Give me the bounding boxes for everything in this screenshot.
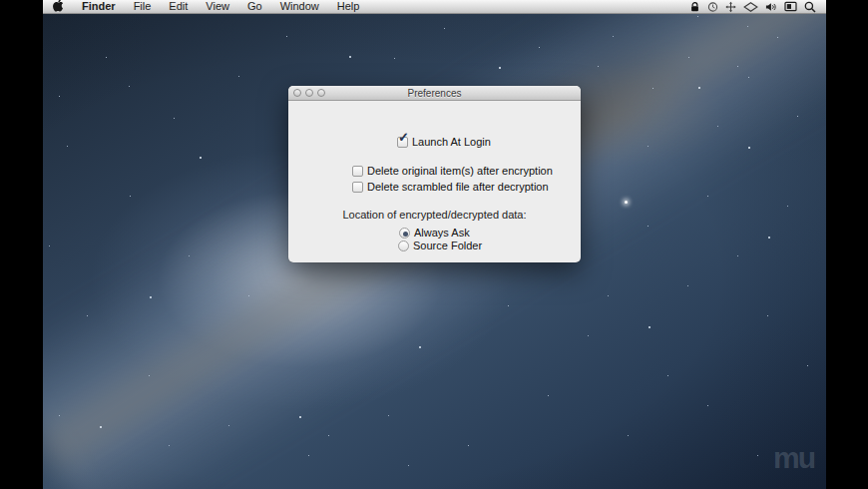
preferences-window: Preferences ✓ Launch At Login ✓ Delete o… [288, 86, 581, 262]
delete-scrambled-checkbox[interactable]: ✓ [352, 182, 363, 193]
status-icons [689, 1, 818, 13]
desktop: mu Finder File Edit View Go Window Help [43, 0, 826, 489]
checkmark-icon: ✓ [398, 132, 409, 143]
launch-at-login-checkbox[interactable]: ✓ [397, 137, 408, 148]
source-folder-row: Source Folder [398, 240, 482, 251]
delete-original-row: ✓ Delete original item(s) after encrypti… [352, 165, 553, 177]
diamond-icon[interactable] [743, 1, 758, 13]
always-ask-radio[interactable] [399, 228, 410, 239]
location-label-text: Location of encrypted/decrypted data: [342, 209, 526, 221]
menu-item-view[interactable]: View [197, 0, 238, 13]
menu-bar: Finder File Edit View Go Window Help [43, 0, 826, 14]
radio-dot [403, 232, 408, 237]
menu-item-go[interactable]: Go [238, 0, 271, 13]
screen: mu Finder File Edit View Go Window Help [0, 0, 868, 489]
window-title: Preferences [288, 88, 581, 99]
bright-star [625, 201, 628, 204]
launch-at-login-row: ✓ Launch At Login [397, 136, 491, 148]
apple-icon [53, 0, 64, 14]
location-section-label: Location of encrypted/decrypted data: [288, 209, 581, 221]
clock-icon[interactable] [707, 1, 718, 13]
lock-icon[interactable] [689, 1, 700, 13]
delete-original-label: Delete original item(s) after encryption [367, 165, 553, 177]
menu-item-window[interactable]: Window [271, 0, 328, 13]
window-content: ✓ Launch At Login ✓ Delete original item… [288, 102, 581, 262]
watermark: mu [773, 441, 814, 475]
source-folder-radio[interactable] [398, 241, 409, 251]
search-icon[interactable] [804, 1, 816, 13]
menu-item-help[interactable]: Help [328, 0, 369, 13]
launch-at-login-label: Launch At Login [412, 136, 491, 148]
source-folder-label: Source Folder [413, 240, 482, 251]
titlebar[interactable]: Preferences [288, 86, 581, 101]
delete-original-checkbox[interactable]: ✓ [352, 166, 363, 177]
move-icon[interactable] [725, 1, 736, 13]
menu-item-finder[interactable]: Finder [73, 0, 125, 13]
apple-menu[interactable] [51, 0, 73, 14]
delete-scrambled-row: ✓ Delete scrambled file after decryption [352, 181, 549, 193]
always-ask-row: Always Ask [399, 227, 470, 239]
volume-icon[interactable] [765, 1, 777, 13]
menu-item-edit[interactable]: Edit [160, 0, 197, 13]
menu-item-file[interactable]: File [125, 0, 161, 13]
delete-scrambled-label: Delete scrambled file after decryption [367, 181, 549, 193]
always-ask-label: Always Ask [414, 227, 470, 239]
display-icon[interactable] [784, 1, 797, 12]
